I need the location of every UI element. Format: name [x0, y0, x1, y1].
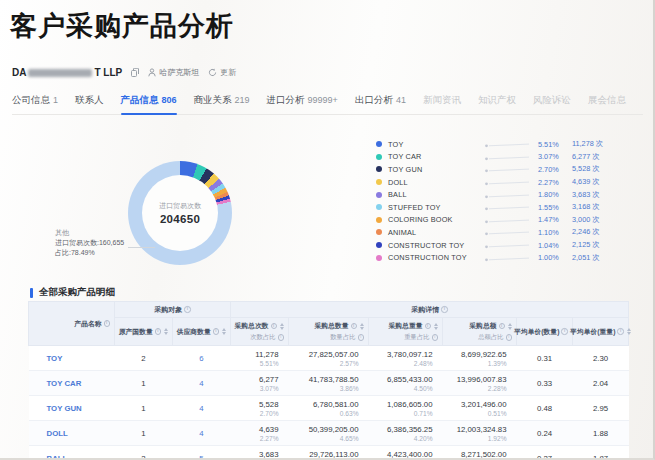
legend-percent: 1.55%: [538, 203, 572, 212]
origin-country-count: 1: [115, 396, 173, 421]
col-header-avg-price-quantity[interactable]: 平均单价(数量)i: [517, 318, 573, 346]
info-icon[interactable]: i: [278, 334, 285, 341]
legend-count: 3,000 次: [572, 215, 600, 225]
purchase-weight-cell: 3,780,097.122.48%: [369, 346, 443, 371]
supplier-count-link[interactable]: 4: [173, 371, 231, 396]
sort-icon[interactable]: [627, 328, 631, 335]
tab-count-badge: 1: [53, 95, 58, 105]
purchase-product-chart-section: 进口贸易次数 204650 其他 进口贸易次数:160,655 占比:78.49…: [0, 118, 655, 286]
info-icon[interactable]: i: [271, 323, 278, 330]
info-icon[interactable]: i: [506, 334, 513, 341]
sort-icon[interactable]: [434, 323, 438, 330]
col-header-avg-price-weight[interactable]: 平均单价(重量)i: [573, 318, 629, 346]
legend-percent: 5.51%: [538, 140, 572, 149]
product-name-link[interactable]: TOY GUN: [29, 396, 115, 421]
purchase-product-table: 产品名称i 采购对象i 采购详情i 原产国数量i 供应商数量i: [28, 301, 628, 460]
info-icon[interactable]: i: [499, 323, 506, 330]
annotation-leader-line: [128, 247, 155, 248]
redacted-name-blur: [28, 69, 92, 77]
tab-export-analysis[interactable]: 出口分析41: [355, 94, 406, 107]
product-name-link[interactable]: TOY CAR: [29, 371, 115, 396]
sort-icon[interactable]: [164, 328, 168, 335]
legend-item[interactable]: TOY CAR3.07%6,277 次: [376, 151, 603, 164]
col-header-total-times[interactable]: 采购总次数i 次数占比i: [231, 318, 289, 346]
legend-item[interactable]: TOY GUN2.70%5,528 次: [376, 163, 603, 176]
info-icon[interactable]: i: [441, 306, 448, 313]
legend-count: 11,278 次: [572, 139, 603, 149]
tab-news: 新闻资讯: [423, 94, 461, 107]
tab-contacts[interactable]: 联系人: [75, 94, 104, 107]
info-icon[interactable]: i: [213, 328, 220, 335]
tab-import-analysis[interactable]: 进口分析99999+: [267, 94, 338, 107]
info-icon[interactable]: i: [104, 320, 111, 327]
sort-icon[interactable]: [508, 323, 512, 330]
product-name-link[interactable]: TOY: [29, 346, 115, 371]
legend-sparkline: [484, 240, 530, 250]
info-icon[interactable]: i: [617, 328, 624, 335]
product-name-link[interactable]: DOLL: [29, 421, 115, 446]
purchase-amount-cell: 8,699,922.651.39%: [443, 346, 517, 371]
legend-item[interactable]: BALL1.80%3,683 次: [376, 188, 603, 201]
legend-sparkline: [484, 215, 530, 225]
table-section-title: 全部采购产品明细: [30, 286, 115, 299]
legend-item[interactable]: STUFFED TOY1.55%3,168 次: [376, 201, 603, 214]
supplier-count-link[interactable]: 5: [173, 446, 231, 460]
info-icon[interactable]: i: [432, 334, 439, 341]
col-header-supplier-count[interactable]: 供应商数量i: [173, 318, 231, 346]
legend-percent: 1.10%: [538, 228, 572, 237]
refresh-button[interactable]: 更新: [208, 67, 236, 78]
legend-percent: 1.47%: [538, 215, 572, 224]
legend-item[interactable]: DOLL2.27%4,639 次: [376, 176, 603, 189]
tab-company-info[interactable]: 公司信息1: [12, 94, 58, 107]
info-icon[interactable]: i: [561, 328, 568, 335]
col-header-total-quantity[interactable]: 采购总数量i 数量占比i: [289, 318, 369, 346]
purchase-quantity-cell: 27,825,057.002.57%: [289, 346, 369, 371]
supplier-count-link[interactable]: 4: [173, 421, 231, 446]
tab-product-info[interactable]: 产品信息806: [121, 94, 177, 107]
company-region-icon: [148, 68, 156, 77]
legend-color-dot: [376, 204, 382, 210]
legend-percent: 1.04%: [538, 241, 572, 250]
purchase-weight-cell: 1,086,605.000.71%: [369, 396, 443, 421]
avg-price-quantity-cell: 0.31: [517, 346, 573, 371]
tab-label: 产品信息: [121, 94, 159, 107]
supplier-count-link[interactable]: 6: [173, 346, 231, 371]
legend-item[interactable]: COLORING BOOK1.47%3,000 次: [376, 214, 603, 227]
info-icon[interactable]: i: [184, 306, 191, 313]
legend-sparkline: [484, 139, 530, 149]
legend-item[interactable]: TOY5.51%11,278 次: [376, 138, 603, 151]
tab-business-relations[interactable]: 商业关系219: [194, 94, 250, 107]
col-header-origin-country-count[interactable]: 原产国数量i: [115, 318, 173, 346]
legend-item[interactable]: CONSTRUCTOR TOY1.04%2,125 次: [376, 239, 603, 252]
legend-label: TOY: [388, 140, 484, 149]
product-name-link[interactable]: BALL: [29, 446, 115, 460]
legend-percent: 2.70%: [538, 165, 572, 174]
tab-label: 商业关系: [194, 94, 232, 107]
tab-label: 展会信息: [588, 94, 626, 107]
legend-item[interactable]: CONSTRUCTION TOY1.00%2,051 次: [376, 251, 603, 264]
copy-company-name-button[interactable]: [131, 68, 139, 77]
legend-color-dot: [376, 192, 382, 198]
sort-icon[interactable]: [280, 323, 284, 330]
company-name[interactable]: DAT LLP: [12, 67, 122, 78]
legend-sparkline: [484, 227, 530, 237]
legend-percent: 1.80%: [538, 190, 572, 199]
col-header-product-name[interactable]: 产品名称i: [29, 302, 115, 346]
avg-price-quantity-cell: 0.27: [517, 446, 573, 460]
legend-count: 2,051 次: [572, 253, 600, 263]
legend-item[interactable]: ANIMAL1.10%2,246 次: [376, 226, 603, 239]
avg-price-quantity-cell: 0.48: [517, 396, 573, 421]
info-icon[interactable]: i: [425, 323, 432, 330]
col-header-total-amount[interactable]: 采购总额i 总额占比i: [443, 318, 517, 346]
info-icon[interactable]: i: [358, 334, 365, 341]
purchase-times-cell: 5,5282.70%: [231, 396, 289, 421]
company-region-link[interactable]: 哈萨克斯坦: [148, 67, 199, 78]
tab-label: 风险诉讼: [533, 94, 571, 107]
info-icon[interactable]: i: [155, 328, 162, 335]
supplier-count-link[interactable]: 4: [173, 396, 231, 421]
sort-icon[interactable]: [360, 323, 364, 330]
sort-icon[interactable]: [222, 328, 226, 335]
copy-icon: [131, 68, 139, 77]
col-header-total-weight[interactable]: 采购总重量i 重量占比i: [369, 318, 443, 346]
info-icon[interactable]: i: [351, 323, 358, 330]
